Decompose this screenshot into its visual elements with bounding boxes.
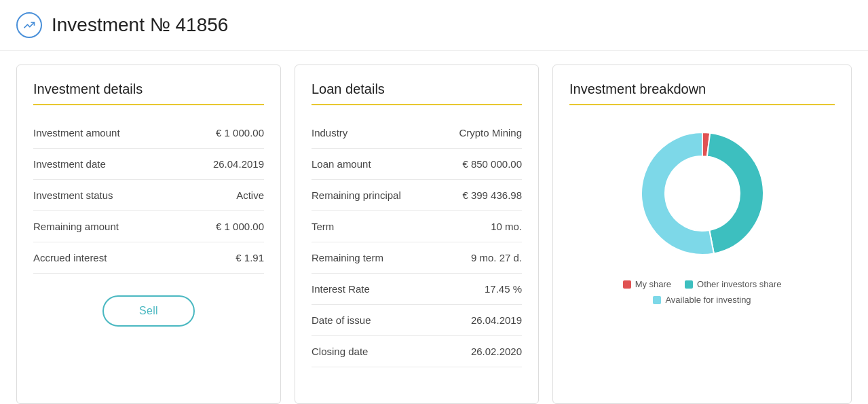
loan-detail-label: Date of issue <box>312 314 371 326</box>
legend-item: Other investors share <box>685 279 781 289</box>
investment-detail-label: Investment amount <box>33 127 120 139</box>
loan-detail-value: 26.02.2020 <box>471 346 522 357</box>
investment-detail-label: Remaining amount <box>33 221 119 232</box>
loan-details-divider <box>312 104 522 105</box>
loan-detail-row: Interest Rate 17.45 % <box>312 274 522 305</box>
investment-detail-value: 26.04.2019 <box>213 158 264 170</box>
loan-detail-row: Term 10 mo. <box>312 211 522 242</box>
sell-button-wrapper: Sell <box>33 295 264 327</box>
page-header: Investment № 41856 <box>0 0 868 51</box>
investment-detail-value: Active <box>236 189 264 201</box>
page-title: Investment № 41856 <box>52 14 228 36</box>
loan-detail-label: Industry <box>312 127 347 139</box>
investment-details-title: Investment details <box>33 81 264 97</box>
loan-detail-value: 10 mo. <box>491 221 522 232</box>
loan-detail-value: 9 mo. 27 d. <box>471 252 522 263</box>
investment-details-card: Investment details Investment amount € 1… <box>16 65 281 404</box>
legend-label: My share <box>635 279 671 289</box>
loan-detail-row: Loan amount € 850 000.00 <box>312 149 522 180</box>
investment-detail-label: Investment date <box>33 158 106 170</box>
legend-dot <box>685 280 693 289</box>
investment-detail-row: Remaining amount € 1 000.00 <box>33 211 264 242</box>
loan-detail-row: Date of issue 26.04.2019 <box>312 305 522 336</box>
loan-detail-value: 17.45 % <box>485 283 522 295</box>
loan-detail-value: € 399 436.98 <box>462 189 522 201</box>
donut-chart <box>628 119 777 268</box>
breakdown-divider <box>569 104 835 105</box>
legend-label: Available for investing <box>665 295 751 305</box>
legend-dot <box>653 296 661 304</box>
investment-detail-row: Investment status Active <box>33 180 264 211</box>
legend-label: Other investors share <box>697 279 781 289</box>
investment-detail-value: € 1 000.00 <box>216 127 264 139</box>
loan-detail-row: Industry Crypto Mining <box>312 117 522 149</box>
loan-detail-label: Remaining principal <box>312 189 401 201</box>
investment-detail-row: Investment date 26.04.2019 <box>33 149 264 180</box>
investment-rows: Investment amount € 1 000.00 Investment … <box>33 117 264 274</box>
legend-item: My share <box>623 279 671 289</box>
loan-detail-value: Crypto Mining <box>459 127 522 139</box>
main-content: Investment details Investment amount € 1… <box>0 51 868 404</box>
legend-dot <box>623 280 631 289</box>
chart-legend: My share Other investors share Available… <box>569 279 835 305</box>
investment-detail-label: Accrued interest <box>33 252 107 263</box>
loan-detail-label: Closing date <box>312 346 368 357</box>
loan-detail-row: Remaining term 9 mo. 27 d. <box>312 242 522 274</box>
loan-detail-value: € 850 000.00 <box>462 158 522 170</box>
investment-detail-value: € 1.91 <box>235 252 264 263</box>
investment-detail-value: € 1 000.00 <box>216 221 264 232</box>
breakdown-card: Investment breakdown My share Other inve… <box>552 65 852 404</box>
loan-detail-label: Interest Rate <box>312 283 370 295</box>
loan-detail-label: Loan amount <box>312 158 371 170</box>
investment-detail-label: Investment status <box>33 189 113 201</box>
sell-button[interactable]: Sell <box>102 295 195 327</box>
loan-detail-label: Remaining term <box>312 252 383 263</box>
breakdown-title: Investment breakdown <box>569 81 835 97</box>
loan-detail-value: 26.04.2019 <box>471 314 522 326</box>
investment-details-divider <box>33 104 264 105</box>
loan-details-card: Loan details Industry Crypto Mining Loan… <box>295 65 539 404</box>
loan-rows: Industry Crypto Mining Loan amount € 850… <box>312 117 522 367</box>
investment-icon <box>16 12 42 38</box>
legend-item: Available for investing <box>653 295 751 305</box>
loan-detail-row: Remaining principal € 399 436.98 <box>312 180 522 211</box>
investment-detail-row: Investment amount € 1 000.00 <box>33 117 264 149</box>
donut-chart-container <box>569 119 835 268</box>
loan-detail-label: Term <box>312 221 334 232</box>
loan-detail-row: Closing date 26.02.2020 <box>312 336 522 367</box>
investment-detail-row: Accrued interest € 1.91 <box>33 242 264 274</box>
loan-details-title: Loan details <box>312 81 522 97</box>
